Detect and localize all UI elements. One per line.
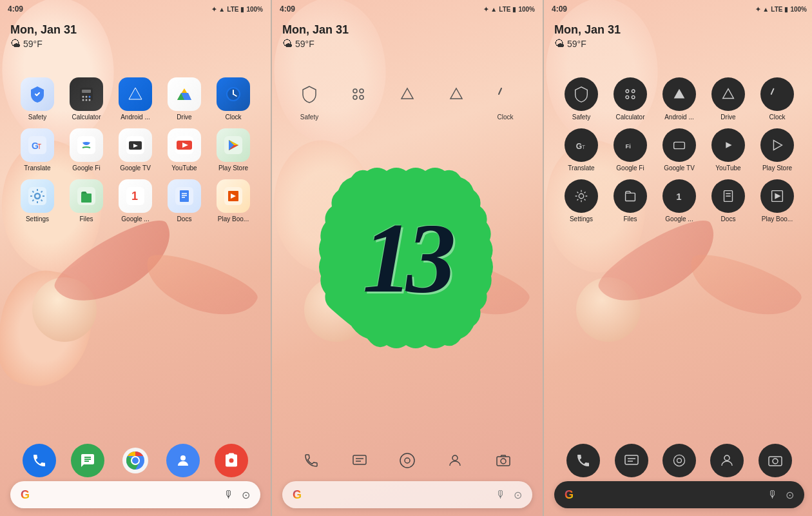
search-g-logo-3: G bbox=[565, 488, 574, 502]
search-g-logo-2: G bbox=[293, 488, 302, 502]
status-icons-2: ✦▲LTE▮100% bbox=[483, 6, 535, 13]
docs-icon-3 bbox=[711, 179, 745, 213]
search-bar-1[interactable]: G 🎙 ⊙ bbox=[10, 481, 260, 508]
dock-messages-1[interactable] bbox=[71, 444, 104, 477]
play-store-label-1: Play Store bbox=[213, 164, 254, 172]
dock-phone-1[interactable] bbox=[23, 444, 56, 477]
app-google-tv-3[interactable]: Google TV bbox=[659, 128, 700, 172]
svg-point-82 bbox=[724, 455, 730, 461]
app-clock-1[interactable]: Clock bbox=[213, 77, 254, 121]
google-fi-label-1: Google Fi bbox=[66, 164, 107, 172]
app-clock2[interactable]: Clock bbox=[485, 77, 526, 121]
dock-camera-2[interactable] bbox=[487, 444, 520, 477]
svg-marker-62 bbox=[723, 89, 734, 99]
calculator-label-3: Calculator bbox=[610, 114, 651, 121]
search-lens-1[interactable]: ⊙ bbox=[242, 489, 250, 501]
svg-point-4 bbox=[89, 96, 91, 98]
app-safety-3[interactable]: Safety bbox=[561, 77, 602, 121]
youtube-icon-1 bbox=[168, 128, 201, 162]
app-apps2[interactable] bbox=[338, 77, 379, 121]
clock-label-2: Clock bbox=[485, 114, 526, 121]
app-settings-3[interactable]: Settings bbox=[561, 179, 602, 223]
dock-contacts-3[interactable] bbox=[710, 444, 744, 477]
app-translate-3[interactable]: GT Translate bbox=[561, 128, 602, 172]
dock-camera-1[interactable] bbox=[215, 444, 248, 477]
dock-2 bbox=[272, 444, 543, 477]
dock-phone-2[interactable] bbox=[295, 444, 328, 477]
svg-marker-8 bbox=[129, 88, 142, 99]
google-tv-icon-3 bbox=[662, 128, 696, 162]
app-play-store-3[interactable]: Play Store bbox=[757, 128, 798, 172]
svg-point-43 bbox=[353, 89, 357, 93]
app-translate-1[interactable]: GT Translate bbox=[17, 128, 58, 172]
search-mic-2[interactable]: 🎙 bbox=[496, 489, 506, 501]
app-docs-1[interactable]: Docs bbox=[164, 179, 205, 223]
app-drive-3[interactable]: Drive bbox=[708, 77, 749, 121]
app-docs-3[interactable]: Docs bbox=[708, 179, 749, 223]
app-files-1[interactable]: Files bbox=[66, 179, 107, 223]
dock-messages-2[interactable] bbox=[343, 444, 376, 477]
search-mic-1[interactable]: 🎙 bbox=[224, 489, 234, 501]
app-row-2-1: Safety bbox=[285, 77, 530, 121]
svg-rect-77 bbox=[625, 455, 638, 464]
app-settings-1[interactable]: Settings bbox=[17, 179, 58, 223]
status-icons-1: ✦▲LTE▮100% bbox=[211, 6, 263, 13]
search-lens-2[interactable]: ⊙ bbox=[514, 489, 522, 501]
date-weather-1: Mon, Jan 31 🌤 59°F bbox=[10, 23, 77, 50]
app-youtube-3[interactable]: YouTube bbox=[708, 128, 749, 172]
status-time-2: 4:09 bbox=[280, 5, 295, 14]
app-grid-2: Safety bbox=[272, 77, 543, 128]
date-weather-2: Mon, Jan 31 🌤 59°F bbox=[282, 23, 349, 50]
drive-icon-2 bbox=[440, 77, 473, 111]
app-play-books-3[interactable]: Play Boo... bbox=[757, 179, 798, 223]
search-bar-2[interactable]: G 🎙 ⊙ bbox=[282, 481, 532, 508]
app-youtube-1[interactable]: YouTube bbox=[164, 128, 205, 172]
app-android-3[interactable]: Android ... bbox=[659, 77, 700, 121]
translate-label-1: Translate bbox=[17, 164, 58, 172]
dock-phone-3[interactable] bbox=[566, 444, 600, 477]
svg-point-53 bbox=[405, 458, 410, 463]
app-google-fi-3[interactable]: Fi Google Fi bbox=[610, 128, 651, 172]
app-play-books-1[interactable]: Play Boo... bbox=[213, 179, 254, 223]
svg-text:T: T bbox=[582, 144, 585, 150]
svg-marker-61 bbox=[674, 89, 685, 99]
svg-text:1: 1 bbox=[676, 192, 681, 202]
dock-contacts-1[interactable] bbox=[166, 444, 200, 477]
app-safety-2[interactable]: Safety bbox=[289, 77, 330, 121]
play-books-label-3: Play Boo... bbox=[757, 215, 798, 223]
safety-icon-2 bbox=[293, 77, 326, 111]
dock-chrome-3[interactable] bbox=[662, 444, 696, 477]
files-label-3: Files bbox=[610, 215, 651, 223]
dock-chrome-1[interactable] bbox=[119, 444, 152, 477]
app-android2[interactable] bbox=[387, 77, 428, 121]
app-google-fi-1[interactable]: Google Fi bbox=[66, 128, 107, 172]
youtube-label-3: YouTube bbox=[708, 164, 749, 172]
dock-camera-3[interactable] bbox=[759, 444, 792, 477]
status-time-1: 4:09 bbox=[8, 5, 23, 14]
translate-label-3: Translate bbox=[561, 164, 602, 172]
android-icon-3 bbox=[662, 77, 696, 111]
app-files-3[interactable]: Files bbox=[610, 179, 651, 223]
app-google-one-3[interactable]: 1 Google ... bbox=[659, 179, 700, 223]
dock-contacts-2[interactable] bbox=[438, 444, 472, 477]
app-calculator-1[interactable]: Calculator bbox=[66, 77, 107, 121]
app-clock-3[interactable]: Clock bbox=[757, 77, 798, 121]
app-google-one-1[interactable]: 1 Google ... bbox=[115, 179, 156, 223]
app-calculator-3[interactable]: Calculator bbox=[610, 77, 651, 121]
svg-point-57 bbox=[626, 90, 629, 93]
clock-label-3: Clock bbox=[757, 114, 798, 121]
svg-marker-68 bbox=[773, 141, 782, 150]
app-google-tv-1[interactable]: Google TV bbox=[115, 128, 156, 172]
drive-label-1: Drive bbox=[164, 114, 205, 121]
search-mic-3[interactable]: 🎙 bbox=[768, 489, 778, 501]
android-label-1: Android ... bbox=[115, 114, 156, 121]
app-android-1[interactable]: Android ... bbox=[115, 77, 156, 121]
search-bar-3[interactable]: G 🎙 ⊙ bbox=[554, 481, 804, 508]
app-drive-1[interactable]: Drive bbox=[164, 77, 205, 121]
app-safety-1[interactable]: Safety bbox=[17, 77, 58, 121]
dock-chrome-2[interactable] bbox=[391, 444, 424, 477]
app-drive2[interactable] bbox=[436, 77, 477, 121]
search-lens-3[interactable]: ⊙ bbox=[786, 489, 794, 501]
dock-messages-3[interactable] bbox=[615, 444, 648, 477]
app-play-store-1[interactable]: Play Store bbox=[213, 128, 254, 172]
